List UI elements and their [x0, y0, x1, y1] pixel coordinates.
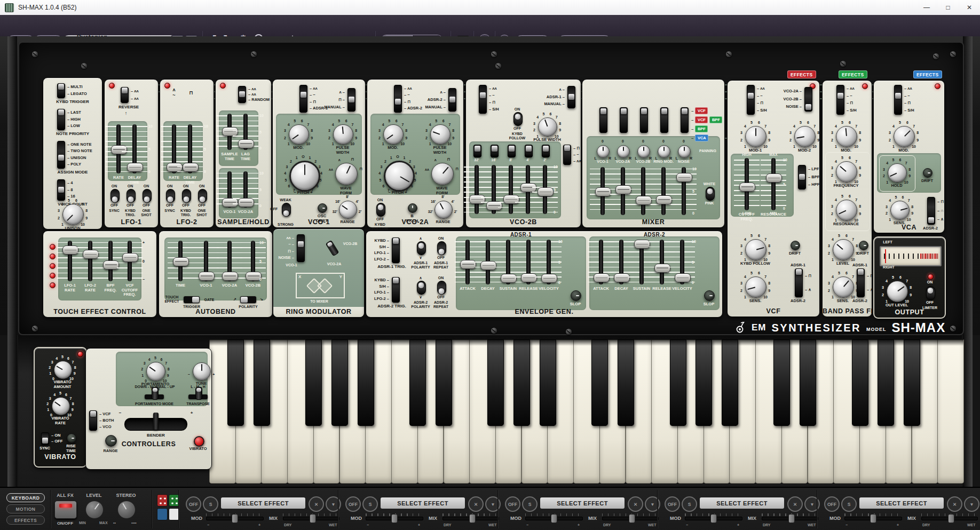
vibrato-sync-switch[interactable] [41, 432, 49, 445]
slider-cap[interactable] [595, 187, 611, 196]
switch-lever[interactable] [298, 241, 304, 247]
vco1-pitch-knob[interactable] [289, 161, 320, 192]
fx-solo-button[interactable]: S [362, 496, 378, 512]
toggle-knob[interactable] [283, 210, 290, 217]
delay-time-slider[interactable] [182, 124, 198, 173]
green-pad[interactable] [169, 494, 179, 507]
toggle-knob[interactable] [515, 113, 521, 120]
slider-cap[interactable] [480, 261, 496, 270]
toggle-knob[interactable] [377, 204, 384, 211]
vco2b-pw-source-switch[interactable] [567, 86, 575, 108]
minimize-button[interactable]: — [916, 0, 937, 15]
vco2a-pw-source-switch[interactable] [448, 88, 456, 112]
mix-noise-on-switch[interactable] [681, 107, 689, 133]
time-slider[interactable] [172, 241, 188, 281]
toggle-knob[interactable] [927, 287, 934, 294]
slider-cap[interactable] [675, 273, 691, 282]
slider-cap[interactable] [636, 196, 652, 205]
slider-cap[interactable] [83, 250, 99, 259]
voice-count-switch[interactable] [57, 179, 65, 201]
fx-stereo-knob[interactable] [117, 501, 136, 519]
bpf-freq-slider[interactable] [102, 241, 118, 281]
tab-effects[interactable]: EFFECTS [6, 516, 45, 525]
fx-solo-button[interactable]: S [203, 496, 218, 512]
switch-lever[interactable] [480, 92, 486, 98]
cutoff-freq-slider[interactable] [739, 158, 755, 210]
slider-handle[interactable] [629, 514, 635, 523]
switch-lever[interactable] [492, 146, 497, 152]
vco-2a-slider[interactable] [222, 241, 238, 281]
slider-cap[interactable] [238, 139, 254, 148]
vca-mod-source-switch[interactable] [894, 85, 902, 115]
piano-black-key[interactable] [540, 339, 556, 426]
switch-lever[interactable] [805, 104, 811, 110]
toggle-knob[interactable] [112, 196, 118, 203]
switch-lever[interactable] [122, 88, 128, 93]
fx-solo-button[interactable]: S [522, 496, 538, 512]
rise-time-knob[interactable] [67, 433, 76, 443]
slider-cap[interactable] [594, 273, 610, 282]
slider-cap[interactable] [634, 240, 650, 249]
slider-cap[interactable] [501, 274, 517, 283]
sync-toggle[interactable] [110, 189, 120, 203]
release-slider[interactable] [654, 240, 670, 284]
slider-cap[interactable] [460, 260, 476, 269]
fx-remove-button[interactable]: ✕ [628, 496, 643, 512]
mix-slider[interactable] [283, 513, 339, 522]
vcf-drift-knob[interactable] [791, 241, 800, 250]
switch-lever[interactable] [564, 145, 570, 151]
fx-power-button[interactable]: OFF [665, 496, 680, 512]
oct-2-switch[interactable] [542, 145, 550, 157]
mod-slider[interactable] [366, 513, 423, 522]
toggle-knob[interactable] [167, 196, 174, 203]
attack-slider[interactable] [460, 240, 476, 284]
pan-noise-knob[interactable] [678, 145, 691, 158]
slider-cap[interactable] [521, 273, 537, 282]
slider-cap[interactable] [656, 195, 672, 204]
switch-lever[interactable] [239, 91, 245, 97]
bpf-env-select-switch[interactable] [857, 268, 865, 297]
kybd-trigger-switch[interactable] [57, 83, 65, 98]
select-effect-dropdown[interactable]: SELECT EFFECT [381, 497, 465, 509]
switch-lever[interactable] [526, 146, 532, 152]
switch-lever[interactable] [661, 108, 667, 114]
switch-lever[interactable] [799, 174, 805, 180]
switch-lever[interactable] [192, 297, 199, 303]
slider-handle[interactable] [551, 514, 557, 523]
toggle-knob[interactable] [199, 196, 206, 203]
switch-lever[interactable] [42, 438, 48, 444]
sync-out-toggle[interactable] [282, 203, 291, 217]
toggle-knob[interactable] [438, 288, 445, 295]
vco2b-wave-switch[interactable] [563, 145, 571, 165]
velocity-slider[interactable] [674, 240, 690, 284]
piano-black-key[interactable] [696, 339, 712, 426]
switch-lever[interactable] [600, 108, 606, 114]
switch-lever[interactable] [449, 97, 455, 102]
one-shot-toggle[interactable] [198, 189, 207, 203]
oct-16-switch[interactable] [491, 145, 499, 157]
vco1-range-knob[interactable] [339, 201, 357, 219]
piano-black-key[interactable] [773, 339, 790, 426]
vco2a-pitch-knob[interactable] [384, 161, 415, 192]
bender-control[interactable] [124, 418, 187, 431]
adsr1-polarity-toggle[interactable] [417, 241, 426, 255]
transpose-stick[interactable] [195, 387, 202, 400]
fx-level-knob[interactable] [85, 501, 104, 519]
bpf-drift-knob[interactable] [859, 241, 868, 250]
slider-cap[interactable] [122, 253, 138, 262]
adsr1-trig-switch[interactable] [392, 238, 400, 263]
slider-handle[interactable] [788, 514, 795, 523]
assign-mode-switch[interactable] [57, 141, 65, 169]
bender-target-switch[interactable] [89, 410, 97, 431]
switch-lever[interactable] [393, 278, 399, 283]
note-priority-switch[interactable] [57, 109, 65, 130]
piano-black-key[interactable] [254, 339, 270, 426]
pan-vco2a-knob[interactable] [617, 145, 630, 158]
lfo-1-rate-slider[interactable] [62, 241, 78, 281]
vcf-cutoff-freq-slider[interactable] [122, 241, 138, 281]
toggle-knob[interactable] [418, 242, 425, 249]
white-pad[interactable] [169, 508, 179, 520]
switch-lever[interactable] [895, 93, 901, 99]
switch-lever[interactable] [241, 297, 248, 303]
adsr2-trig-switch[interactable] [392, 277, 400, 303]
